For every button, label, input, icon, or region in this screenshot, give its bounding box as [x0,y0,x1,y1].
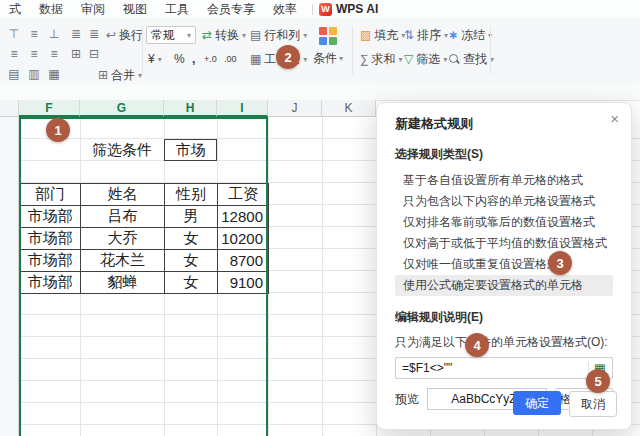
menu-efficiency[interactable]: 效率 [264,0,306,18]
convert-label: 转换 [215,27,239,44]
row-header-column[interactable] [0,117,19,436]
menu-member[interactable]: 会员专享 [198,0,264,18]
decrease-decimal-button[interactable]: .00 [222,50,239,68]
menu-data[interactable]: 数据 [30,0,72,18]
table-cell[interactable]: 市场部 [20,228,81,250]
convert-button[interactable]: ⇄ 转换 ▾ [200,26,248,44]
chevron-down-icon: ▾ [242,31,246,40]
close-icon[interactable]: × [610,111,619,126]
filter-condition-value-cell[interactable]: 市场 [164,139,217,161]
indent-increase-icon[interactable]: ≣ [86,26,102,42]
fill-button[interactable]: ▨ 填充 ▾ [358,26,407,44]
sort-button[interactable]: ⇅ 排序 ▾ [402,26,450,44]
rule-type-option[interactable]: 仅对唯一值或重复值设置格式 [395,254,613,275]
column-header-k[interactable]: K [322,100,376,117]
cancel-button[interactable]: 取消 [569,391,617,417]
align-top-icon[interactable]: ⊤ [6,26,22,42]
rule-type-section-label: 选择规则类型(S) [395,146,613,163]
dialog-title: 新建格式规则 [395,115,613,133]
wps-ai-menu[interactable]: W WPS AI [319,2,378,16]
align-bottom-icon[interactable]: ⊥ [46,26,62,42]
table-cell[interactable]: 8700 [218,250,269,272]
table-cell[interactable]: 女 [165,272,218,294]
formula-input[interactable]: =$F1<>"" ▦ [395,357,613,379]
align-center-icon[interactable]: ≡ [26,46,42,62]
rule-type-option[interactable]: 只为包含以下内容的单元格设置格式 [395,191,613,212]
table-style-icon[interactable]: ▦ [46,66,62,82]
group-divider [142,26,143,74]
table-cell[interactable]: 市场部 [20,272,81,294]
column-header-i[interactable]: I [217,100,268,117]
table-header-cell[interactable]: 工资 [218,184,269,206]
table-cell[interactable]: 女 [165,250,218,272]
column-header-f[interactable]: F [19,100,80,117]
wrap-text-label: 换行 [119,27,143,44]
rule-type-option[interactable]: 仅对排名靠前或靠后的数值设置格式 [395,212,613,233]
conditional-formatting-label: 条件 [313,50,337,67]
rule-type-option-selected[interactable]: 使用公式确定要设置格式的单元格 [395,275,613,296]
cell-style-icon[interactable]: ▥ [26,66,42,82]
menu-formula[interactable]: 式 [0,0,30,18]
freeze-panes-button[interactable]: ∗ 冻结 ▾ [446,26,494,44]
wrap-text-button[interactable]: ↩ 换行 [104,26,145,44]
table-cell[interactable]: 市场部 [20,250,81,272]
convert-icon: ⇄ [202,29,212,41]
column-header-j[interactable]: J [268,100,322,117]
fill-icon: ▨ [360,29,371,41]
currency-button[interactable]: ¥ ▾ [146,50,164,68]
conditional-formatting-button[interactable]: 条件 ▾ [306,23,350,79]
find-button[interactable]: 查找 ▾ [446,50,496,68]
border-style-icon[interactable]: ▤ [6,66,22,82]
ok-button[interactable]: 确定 [513,391,561,415]
select-all-corner[interactable] [0,100,19,117]
table-cell[interactable]: 花木兰 [81,250,165,272]
step-1-badge: 1 [46,118,70,142]
wps-ai-label: WPS AI [336,2,378,16]
indent-decrease-icon[interactable]: ≣ [68,26,84,42]
conditional-formatting-icon [319,27,337,45]
chevron-down-icon: ▾ [158,55,162,64]
table-cell[interactable]: 男 [165,206,218,228]
menu-tools[interactable]: 工具 [156,0,198,18]
align-middle-icon[interactable]: ≡ [26,26,42,42]
align-left-icon[interactable]: ≡ [6,46,22,62]
filter-label: 筛选 [416,51,440,68]
sum-button[interactable]: ∑ 求和 ▾ [358,50,405,68]
edit-rule-section-label: 编辑规则说明(E) [395,309,613,326]
number-format-dropdown[interactable]: 常规 ▾ [146,26,196,44]
table-header-cell[interactable]: 姓名 [81,184,165,206]
group-divider [490,26,491,74]
menu-view[interactable]: 视图 [114,0,156,18]
merge-cells-button[interactable]: ⊞ 合并 ▾ [96,66,144,84]
table-cell[interactable]: 12800 [218,206,269,228]
comma-style-button[interactable]: , [190,50,197,68]
table-cell[interactable]: 市场部 [20,206,81,228]
align-right-icon[interactable]: ≡ [46,46,62,62]
rule-type-option[interactable]: 基于各自值设置所有单元格的格式 [395,170,613,191]
freeze-label: 冻结 [461,27,485,44]
rows-columns-label: 行和列 [264,27,300,44]
filter-button[interactable]: ▽ 筛选 ▾ [402,50,449,68]
table-cell[interactable]: 10200 [218,228,269,250]
table-cell[interactable]: 9100 [218,272,269,294]
merge-cells-icon: ⊞ [98,69,108,81]
shrink-text-icon[interactable]: ⊟ [86,46,102,62]
column-header-g[interactable]: G [80,100,164,117]
table-cell[interactable]: 貂蝉 [81,272,165,294]
table-header-cell[interactable]: 性别 [165,184,218,206]
orientation-icon[interactable]: ⊞ [68,46,84,62]
sum-label: 求和 [372,51,396,68]
table-header-cell[interactable]: 部门 [20,184,81,206]
chevron-down-icon: ▾ [339,54,343,63]
column-header-h[interactable]: H [164,100,217,117]
table-cell[interactable]: 大乔 [81,228,165,250]
percent-button[interactable]: % [172,50,187,68]
rule-type-option[interactable]: 仅对高于或低于平均值的数值设置格式 [395,233,613,254]
menu-review[interactable]: 审阅 [72,0,114,18]
menubar-divider [312,4,313,15]
rows-and-columns-button[interactable]: ▤ 行和列 ▾ [248,26,309,44]
filter-condition-label-cell[interactable]: 筛选条件 [80,139,164,161]
table-cell[interactable]: 女 [165,228,218,250]
table-cell[interactable]: 吕布 [81,206,165,228]
increase-decimal-button[interactable]: +.0 [202,50,219,68]
